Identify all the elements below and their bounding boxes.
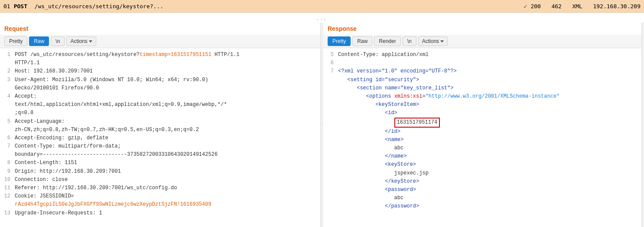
response-raw-btn[interactable]: Raw (352, 36, 372, 46)
request-actions-btn[interactable]: Actions (66, 36, 96, 46)
response-line-keystoreitem: <keyStoreItem> (325, 101, 640, 109)
request-header: Request (0, 23, 320, 35)
response-line-id-open: <id> (325, 109, 640, 117)
request-panel: Request Pretty Raw \n Actions 1 POST /ws… (0, 23, 321, 227)
response-newline-btn[interactable]: \n (403, 36, 416, 46)
request-line-1: 1 POST /ws_utc/resources/setting/keystor… (2, 51, 319, 59)
request-line-4b: text/html,application/xhtml+xml,applicat… (2, 101, 319, 109)
response-header: Response (323, 23, 641, 35)
request-line-7: 7 Content-Type: multipart/form-data; (2, 142, 319, 151)
request-actions-label: Actions (70, 38, 87, 44)
row-number: 01 (3, 3, 10, 10)
request-line-13: 13 Upgrade-Insecure-Requests: 1 (2, 209, 319, 217)
response-actions-btn[interactable]: Actions (418, 36, 448, 46)
status-checkmark: ✓ (524, 3, 527, 10)
response-line-password-close: </password> (325, 202, 640, 211)
response-line-options: <options xmlns:xsi="http://www.w3.org/20… (325, 92, 640, 101)
response-line-name-val: abc (325, 144, 640, 152)
content-type: XML (572, 3, 589, 10)
response-line-password-val: abc (325, 194, 640, 202)
response-line-keystore-open: <keyStore> (325, 161, 640, 169)
request-line-4: 4 Accept: (2, 92, 319, 101)
server-ip: 192.168.30.209 (593, 3, 641, 10)
request-line-7b: boundary=---------------------------3735… (2, 151, 319, 159)
request-toolbar: Pretty Raw \n Actions (0, 35, 320, 48)
request-line-6: 6 Accept-Encoding: gzip, deflate (2, 134, 319, 142)
response-line-id-value: 1631517951174 (325, 118, 640, 128)
response-line-name-close: </name> (325, 152, 640, 161)
response-line-keystore-val: jspexec.jsp (325, 169, 640, 178)
response-render-btn[interactable]: Render (374, 36, 400, 46)
request-line-10: 10 Connection: close (2, 176, 319, 184)
request-line-1b: HTTP/1.1 (2, 59, 319, 67)
request-actions-chevron (89, 40, 92, 43)
request-line-8: 8 Content-Length: 1151 (2, 159, 319, 167)
response-line-id-close: </id> (325, 128, 640, 136)
request-raw-btn[interactable]: Raw (29, 36, 49, 46)
response-panel: ⊞ ≡ ⊟ Response Pretty Raw Render \n Acti… (323, 23, 641, 227)
request-line-5: 5 Accept-Language: (2, 118, 319, 126)
request-line-11: 11 Referer: http://192.168.30.209:7001/w… (2, 184, 319, 192)
request-line-4c: ;q=0.8 (2, 109, 319, 117)
main-content: Request Pretty Raw \n Actions 1 POST /ws… (0, 23, 644, 227)
request-code-content: 1 POST /ws_utc/resources/setting/keystor… (0, 48, 320, 227)
response-toolbar: Pretty Raw Render \n Actions (323, 35, 641, 48)
request-line-9: 9 Origin: http://192.168.30.209:7001 (2, 168, 319, 176)
response-actions-label: Actions (422, 38, 439, 44)
response-code-content: 5 Content-Type: application/xml 6 7 <?xm… (323, 48, 641, 227)
request-pretty-btn[interactable]: Pretty (4, 36, 27, 46)
response-line-5: 5 Content-Type: application/xml (325, 51, 640, 59)
request-newline-btn[interactable]: \n (51, 36, 65, 46)
response-size: 462 (551, 3, 569, 10)
right-edge-bar (641, 23, 644, 227)
response-actions-chevron (440, 40, 444, 43)
top-bar: 01 POST /ws_utc/resources/setting/keysto… (0, 0, 644, 13)
request-line-3: 3 User-Agent: Mozilla/5.0 (Windows NT 10… (2, 76, 319, 84)
response-pretty-btn[interactable]: Pretty (328, 36, 351, 46)
response-line-name-open: <name> (325, 136, 640, 144)
http-method: POST (14, 3, 31, 10)
request-line-12b: rAzd4h4TgcpiILS0eJgJbFXGff9SwNILzmejc6wz… (2, 201, 319, 209)
request-line-12: 12 Cookie: JSESSIONID= (2, 192, 319, 201)
response-line-keystore-close: </keyStore> (325, 178, 640, 186)
response-line-7: 7 <?xml version="1.0" encoding="UTF-8"?> (325, 67, 640, 76)
request-line-5b: zh-CN,zh;q=0.8,zh-TW;q=0.7,zh-HK;q=0.5,e… (2, 126, 319, 134)
request-line-3b: Gecko/20100101 Firefox/90.0 (2, 84, 319, 92)
response-line-6: 6 (325, 59, 640, 67)
request-line-2: 2 Host: 192.168.30.209:7001 (2, 67, 319, 76)
response-line-password-open: <password> (325, 186, 640, 194)
request-url: /ws_utc/resources/setting/keystore?... (35, 3, 520, 10)
response-line-section: <section name="key_store_list"> (325, 84, 640, 92)
status-code: 200 (530, 3, 548, 10)
response-line-setting: <setting id="security"> (325, 76, 640, 84)
divider-dots: ... (0, 13, 644, 23)
